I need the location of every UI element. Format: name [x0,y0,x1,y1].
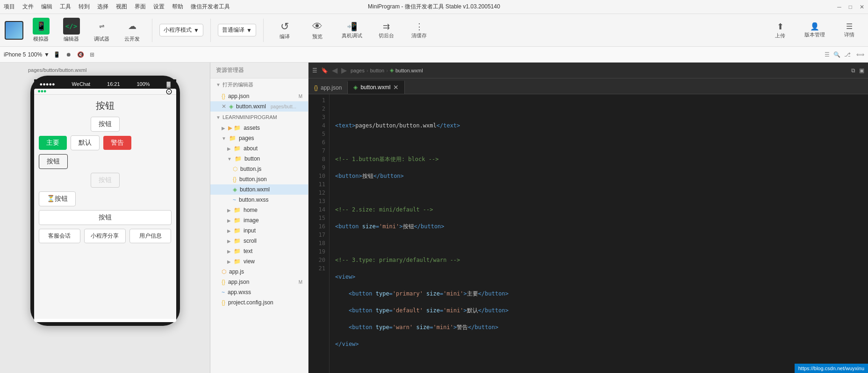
open-file-app-json[interactable]: {} app.json M [210,91,308,101]
search-icon[interactable]: 🔍 [833,51,840,58]
userinfo-button[interactable]: 用户信息 [129,229,171,243]
clear-cache-button[interactable]: ⋮ 清缓存 [405,20,433,41]
primary-button[interactable]: 主要 [39,136,67,150]
file-app-js[interactable]: ⬡ app.js [210,267,308,277]
menu-item-goto[interactable]: 转到 [79,3,90,11]
mute-icon[interactable]: 🔇 [77,51,84,58]
share-button[interactable]: 小程序分享 [84,229,126,243]
code-content[interactable]: <text>pages/button/button.wxml</text> <!… [330,94,868,373]
phone-icon[interactable]: 📱 [53,51,60,58]
phone-frame: ●●●●● WeChat 16:21 100% ▓ ••• ⊙ 按钮 按钮 [30,76,180,326]
compile-mode-selector[interactable]: 普通编译 ▼ [218,24,256,36]
breadcrumb-wxml-icon: ◈ [390,67,394,73]
page-title-sim: 按钮 [39,99,172,112]
divider3 [263,19,264,42]
warn-button[interactable]: 警告 [103,136,131,150]
menu-item-edit[interactable]: 编辑 [41,3,52,11]
debugger-button[interactable]: ⇌ 调试器 [89,16,115,44]
backend-button[interactable]: ⇉ 切后台 [373,20,401,41]
window-minimize[interactable]: ─ [837,4,841,10]
tab-app-json[interactable]: {} app.json [308,82,348,94]
menu-item-settings[interactable]: 设置 [153,3,165,11]
loading-button[interactable]: ⏳按钮 [39,191,76,206]
folder-button[interactable]: ▼ 📁 button [210,154,308,164]
tab-wxml-icon: ◈ [353,84,358,91]
branch-icon[interactable]: ⎇ [844,51,851,58]
nav-back-icon[interactable]: ◀ [332,66,337,75]
list-icon[interactable]: ☰ [825,51,830,58]
compile-action-button[interactable]: ↺ 编译 [271,19,299,42]
record-icon[interactable]: ⏺ [66,51,72,58]
file-app-json[interactable]: {} app.json M [210,277,308,287]
simulator-button[interactable]: 📱 模拟器 [28,16,54,44]
normal-button[interactable]: 按钮 [39,210,172,225]
open-editors-section[interactable]: ▼ 打开的编辑器 [210,78,308,91]
editor-panel: ☰ 🔖 ◀ ▶ pages › button › ◈ button.wxml ⧉… [308,63,868,373]
preview-button[interactable]: 👁 预览 [303,19,331,42]
file-button-wxss[interactable]: ~ button.wxss [210,195,308,205]
file-button-wxml[interactable]: ◈ button.wxml [210,184,308,195]
folder-assets[interactable]: ▶ ▶ 📁 assets [210,123,308,133]
menu-item-tools[interactable]: 工具 [60,3,71,11]
nav-forward-icon[interactable]: ▶ [341,66,347,75]
folder-view[interactable]: ▶ 📁 view [210,256,308,267]
disabled-button: 按钮 [91,173,120,188]
version-manager-button[interactable]: 👤 版本管理 [799,20,831,40]
cloud-button[interactable]: ☁ 云开发 [119,16,145,44]
phone-screen: ••• ⊙ 按钮 按钮 主要 默认 警告 [34,89,176,322]
wechat-label: WeChat [72,81,91,87]
mode-selector[interactable]: 小程序模式 ▼ [159,24,203,36]
second-bar: iPhone 5 100% ▼ 📱 ⏺ 🔇 ⊞ ☰ 🔍 ⎇ ⟺ [0,47,868,63]
plain-button[interactable]: 按钮 [91,117,120,132]
default-button[interactable]: 默认 [71,135,100,150]
project-section[interactable]: ▼ LEARNMINIPROGRAM [210,112,308,123]
window-maximize[interactable]: □ [849,4,852,10]
nav-menu-icon: ⊙ [165,89,172,97]
app-icon [5,21,23,40]
menu-item-help[interactable]: 帮助 [172,3,183,11]
bookmark-icon[interactable]: 🔖 [321,67,328,74]
rotate-icon[interactable]: ⊞ [90,51,94,58]
close-file-icon[interactable]: ✕ [222,103,226,110]
device-selector[interactable]: iPhone 5 100% ▼ [4,51,50,58]
folder-scroll[interactable]: ▶ 📁 scroll [210,236,308,246]
folder-about[interactable]: ▶ 📁 about [210,143,308,154]
sync-icon[interactable]: ⟺ [856,51,864,58]
tab-button-wxml[interactable]: ◈ button.wxml ✕ [348,81,405,94]
upload-button[interactable]: ⬆ 上传 [766,20,794,41]
folder-assets-icon: ▶ 📁 [228,125,241,131]
menu-item-project[interactable]: 项目 [4,3,15,11]
folder-image[interactable]: ▶ 📁 image [210,215,308,225]
menu-item-select[interactable]: 选择 [97,3,108,11]
open-file-button-wxml[interactable]: ✕ ◈ button.wxml pages/butt... [210,101,308,112]
json-icon: {} [233,176,237,183]
folder-pages[interactable]: ▼ 📁 pages [210,133,308,143]
file-button-json[interactable]: {} button.json [210,174,308,184]
menu-item-file[interactable]: 文件 [22,3,34,11]
status-bar-phone: ●●●●● WeChat 16:21 100% ▓ [34,79,176,89]
contact-button[interactable]: 客服会话 [39,229,80,243]
folder-pages-icon: 📁 [229,135,236,141]
folder-button-icon: 📁 [235,155,242,162]
file-app-wxss[interactable]: ~ app.wxss [210,287,308,297]
tab-close-icon[interactable]: ✕ [393,84,399,91]
folder-text[interactable]: ▶ 📁 text [210,246,308,256]
folder-home[interactable]: ▶ 📁 home [210,205,308,215]
second-bar-icons: 📱 ⏺ 🔇 ⊞ [53,51,94,58]
editor-button[interactable]: </> 编辑器 [58,16,84,44]
menu-item-devtools[interactable]: 微信开发者工具 [191,3,230,11]
split-editor-icon[interactable]: ⧉ [851,67,855,74]
split-layout-icon[interactable]: ▣ [859,67,864,74]
detail-button[interactable]: ☰ 详情 [835,20,863,40]
menu-item-interface[interactable]: 界面 [135,3,146,11]
file-project-config[interactable]: {} project.config.json [210,297,308,308]
folder-input[interactable]: ▶ 📁 input [210,225,308,236]
outline-button[interactable]: 按钮 [39,154,68,169]
window-close[interactable]: ✕ [860,4,864,10]
file-button-js[interactable]: ⬡ button.js [210,164,308,174]
line-numbers: 12345 678910 1112131415 1617181920 21 [308,94,330,373]
real-debug-button[interactable]: 📲 真机调试 [336,20,368,41]
menu-bar: 项目 文件 编辑 工具 转到 选择 视图 界面 设置 帮助 微信开发者工具 Mi… [0,0,868,14]
hamburger-icon[interactable]: ☰ [312,67,317,74]
menu-item-view[interactable]: 视图 [116,3,127,11]
